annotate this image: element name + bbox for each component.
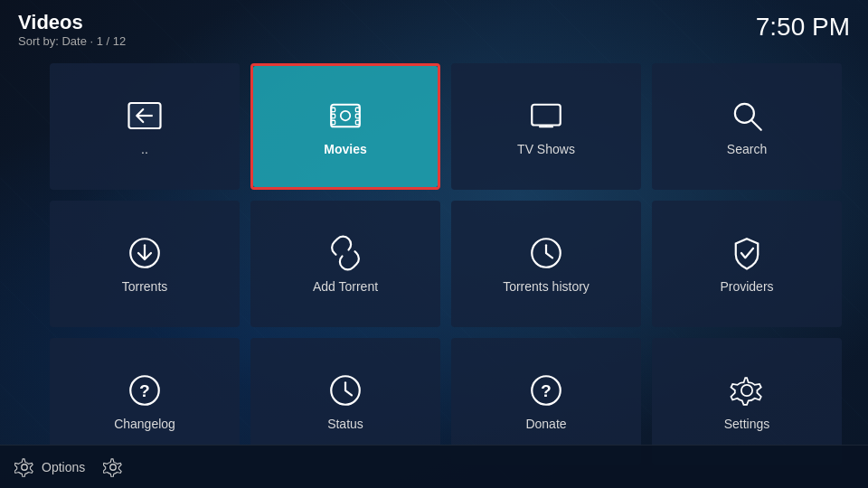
tile-movies-inner: Movies (253, 66, 438, 187)
svg-rect-5 (331, 108, 335, 111)
svg-rect-6 (331, 114, 335, 117)
svg-point-30 (110, 464, 116, 469)
svg-point-29 (22, 464, 27, 469)
svg-rect-7 (331, 120, 335, 124)
svg-text:?: ? (139, 381, 150, 400)
tile-search[interactable]: Search (652, 63, 842, 190)
donate-icon: ? (527, 371, 565, 409)
svg-rect-8 (355, 108, 359, 111)
svg-line-20 (546, 253, 552, 258)
tvshows-label: TV Shows (517, 142, 575, 156)
header-left: Videos Sort by: Date · 1 / 12 (18, 11, 126, 48)
options-gear-icon (14, 457, 34, 477)
page-subtitle: Sort by: Date · 1 / 12 (18, 34, 126, 48)
status-clock-icon (326, 371, 364, 409)
svg-point-3 (341, 111, 351, 121)
svg-rect-11 (532, 105, 561, 126)
shield-icon (728, 234, 766, 272)
svg-line-25 (345, 390, 352, 395)
tile-movies[interactable]: Movies (250, 63, 440, 190)
donate-label: Donate (525, 417, 566, 431)
tile-torrentshistory[interactable]: Torrents history (451, 201, 641, 327)
bottom-bar: Options (0, 445, 868, 488)
tile-providers[interactable]: Providers (652, 201, 842, 327)
settings-bottom-item[interactable] (103, 457, 123, 477)
search-label: Search (727, 142, 767, 156)
tile-torrents[interactable]: Torrents (50, 201, 240, 327)
header: Videos Sort by: Date · 1 / 12 7:50 PM (0, 0, 868, 54)
search-icon (728, 97, 766, 135)
svg-text:?: ? (541, 381, 552, 400)
clock-icon (527, 234, 565, 272)
changelog-label: Changelog (114, 417, 175, 431)
tile-grid: .. Movies TV Shows (50, 63, 850, 443)
back-icon (126, 97, 164, 135)
download-icon (126, 234, 164, 272)
torrents-label: Torrents (122, 279, 168, 294)
link-icon (326, 234, 364, 272)
svg-rect-9 (355, 114, 359, 117)
page-title: Videos (18, 11, 126, 34)
tile-addtorrent[interactable]: Add Torrent (250, 201, 440, 327)
movie-icon (326, 97, 364, 135)
addtorrent-label: Add Torrent (313, 279, 378, 294)
settings-label: Settings (724, 417, 770, 431)
svg-line-15 (751, 120, 761, 130)
gear-icon (728, 371, 766, 409)
svg-rect-10 (355, 120, 359, 124)
help-icon: ? (126, 371, 164, 409)
svg-point-28 (741, 385, 752, 396)
clock: 7:50 PM (756, 13, 850, 42)
options-label: Options (42, 460, 85, 474)
options-item[interactable]: Options (14, 457, 85, 477)
bottom-settings-icon (103, 457, 123, 477)
movies-label: Movies (324, 142, 366, 156)
back-label: .. (141, 142, 148, 156)
tile-back[interactable]: .. (50, 63, 240, 190)
providers-label: Providers (720, 279, 773, 294)
tv-icon (527, 97, 565, 135)
torrentshistory-label: Torrents history (503, 279, 590, 294)
status-label: Status (327, 417, 363, 431)
tile-tvshows[interactable]: TV Shows (451, 63, 641, 190)
